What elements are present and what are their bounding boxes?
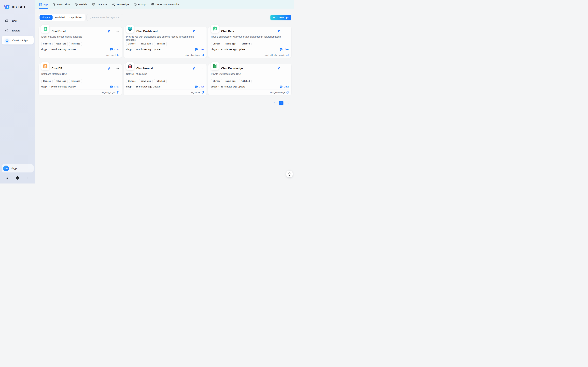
app-icon (211, 62, 219, 70)
language-globe-icon[interactable] (16, 176, 19, 180)
tag-chip: Published (239, 79, 251, 83)
tag-chip: native_app (139, 42, 152, 46)
more-menu-button[interactable] (201, 68, 204, 69)
app-card[interactable]: X Chat Excel (39, 27, 122, 58)
app-title: Chat DB (51, 67, 62, 70)
search-box[interactable] (86, 14, 123, 21)
tag-chip: native_app (54, 42, 68, 46)
prev-page-button[interactable] (273, 102, 275, 104)
more-menu-button[interactable] (116, 31, 119, 32)
filter-all-apps[interactable]: All Apps (40, 15, 53, 20)
app-card[interactable]: Chat Data (208, 27, 291, 58)
collapse-sidebar-icon[interactable] (26, 176, 30, 180)
tab-awel-flow[interactable]: AWEL Flow (53, 0, 70, 8)
app-meta: dbgpt • 36 minutes ago Update Chat (41, 48, 119, 51)
sidebar-item-label: Construct App (12, 39, 28, 42)
brand-name: DB-GPT (12, 5, 26, 9)
sql-monitor-icon: SQL (92, 3, 95, 6)
tab-dbgpts-community[interactable]: DBGPTS Community (151, 0, 179, 8)
sidebar-item-explore[interactable]: Explore (2, 26, 33, 35)
app-card-footer: chat_with_db_qa (100, 91, 119, 93)
dingtalk-share-icon[interactable] (277, 67, 280, 70)
app-card[interactable]: Chat DB D (39, 64, 122, 95)
tab-prompt[interactable]: Prompt (134, 0, 146, 8)
dingtalk-share-icon[interactable] (107, 67, 110, 70)
copy-icon[interactable] (201, 91, 204, 93)
app-scene-code: chat_with_db_qa (100, 91, 116, 93)
theme-sun-icon[interactable] (5, 176, 9, 180)
divider (211, 52, 289, 52)
tab-database[interactable]: SQL Database (92, 0, 107, 8)
chat-bubble-filled-icon (195, 48, 198, 51)
sidebar-menu: Chat Explore (0, 17, 35, 44)
tag-chip: native_app (224, 79, 237, 83)
robot-icon (5, 38, 9, 42)
chat-button-label: Chat (199, 85, 204, 88)
sidebar-item-label: Explore (12, 29, 20, 32)
user-profile[interactable]: dbgpt dbgpt (2, 164, 33, 173)
more-menu-button[interactable] (285, 68, 288, 69)
chevron-left-icon (273, 102, 275, 104)
app-title: Chat Dashboard (136, 30, 158, 33)
tag-chip: Chinese (211, 79, 222, 83)
feedback-fab-button[interactable] (286, 171, 293, 177)
chat-button[interactable]: Chat (110, 85, 119, 88)
pagination: 1 (39, 101, 291, 105)
app-updated: 36 minutes ago Update (221, 85, 245, 88)
copy-icon[interactable] (117, 54, 119, 56)
page-number[interactable]: 1 (279, 101, 283, 105)
copy-icon[interactable] (117, 91, 119, 93)
app-tags: Chinesenative_appPublished (126, 42, 204, 46)
tab-label: App (43, 3, 48, 6)
filter-published[interactable]: Published (53, 15, 67, 20)
app-description: Excel analysis through natural language (41, 35, 119, 42)
content-area: All Apps Published Unpublished Create Ap… (35, 8, 294, 184)
app-icon (41, 62, 49, 70)
tag-chip: Chinese (41, 42, 53, 46)
chat-button[interactable]: Chat (280, 48, 289, 51)
sidebar-item-chat[interactable]: Chat (2, 17, 33, 25)
search-input[interactable] (92, 16, 121, 19)
sidebar-item-construct-app[interactable]: Construct App (2, 36, 33, 44)
tab-label: DBGPTS Community (156, 3, 179, 6)
app-card[interactable]: Chat Knowledge (208, 64, 291, 95)
tag-chip: native_app (224, 42, 237, 46)
copy-icon[interactable] (286, 91, 289, 93)
app-card[interactable]: Chat Normal (124, 64, 207, 95)
chat-button[interactable]: Chat (195, 48, 204, 51)
tab-label: AWEL Flow (57, 3, 70, 6)
app-owner: dbgpt (211, 48, 217, 51)
app-tags: Chinesenative_appPublished (211, 42, 289, 46)
tag-chip: Chinese (41, 79, 53, 83)
dingtalk-share-icon[interactable] (192, 67, 195, 70)
chat-button-label: Chat (199, 48, 204, 51)
copy-icon[interactable] (286, 54, 289, 56)
tab-models[interactable]: Models (75, 0, 87, 8)
more-menu-button[interactable] (116, 68, 119, 69)
app-meta: dbgpt • 36 minutes ago Update Chat (126, 48, 204, 51)
dingtalk-share-icon[interactable] (107, 30, 110, 33)
next-page-button[interactable] (287, 102, 289, 104)
user-avatar: dbgpt (3, 166, 9, 171)
app-updated: 36 minutes ago Update (136, 85, 161, 88)
tab-label: Prompt (138, 3, 146, 6)
chat-button[interactable]: Chat (280, 85, 289, 88)
tab-knowledge[interactable]: Knowledge (112, 0, 129, 8)
chat-button[interactable]: Chat (195, 85, 204, 88)
app-description: Provide you with professional data analy… (126, 35, 204, 42)
dingtalk-share-icon[interactable] (192, 30, 195, 33)
chat-button[interactable]: Chat (110, 48, 119, 51)
dingtalk-share-icon[interactable] (277, 30, 280, 33)
app-card[interactable]: Chat Dashboard (124, 27, 207, 58)
sidebar-bottom: dbgpt dbgpt (0, 163, 35, 173)
app-owner: dbgpt (41, 48, 47, 51)
create-app-button[interactable]: Create App (270, 15, 291, 20)
app-card-footer: chat_dashboard (185, 54, 204, 56)
tab-app[interactable]: App (39, 0, 48, 8)
filter-unpublished[interactable]: Unpublished (67, 15, 85, 20)
tag-chip: Chinese (126, 79, 137, 83)
copy-icon[interactable] (201, 54, 204, 56)
app-icon (126, 25, 134, 33)
more-menu-button[interactable] (285, 31, 288, 32)
more-menu-button[interactable] (201, 31, 204, 32)
